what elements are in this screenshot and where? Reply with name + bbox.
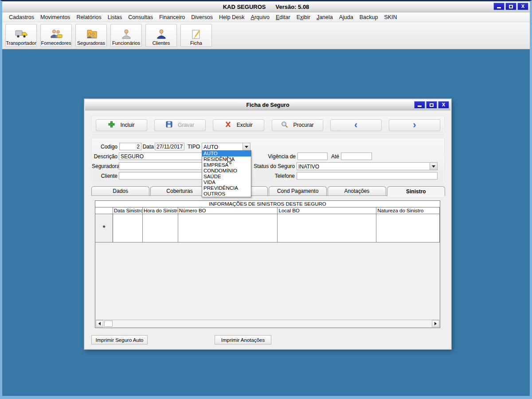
horizontal-scrollbar[interactable]: [96, 320, 439, 327]
employee-icon: [119, 28, 133, 40]
scroll-left-button[interactable]: [96, 320, 103, 327]
menu-item-help-desk[interactable]: Help Desk: [216, 13, 248, 21]
minimize-button[interactable]: [493, 3, 505, 10]
menu-item-movimentos[interactable]: Movimentos: [37, 13, 73, 21]
table-cell[interactable]: [376, 214, 440, 242]
menu-item-listas[interactable]: Listas: [105, 13, 125, 21]
toolbar-label: Funcionários: [112, 40, 140, 46]
tipo-option-saude[interactable]: SAÚDE: [202, 174, 251, 180]
tipo-option-previdencia[interactable]: PREVIDÊNCIA: [202, 185, 251, 191]
table-cell[interactable]: [113, 214, 143, 242]
ate-field[interactable]: [341, 153, 372, 160]
app-title: KAD SEGUROS: [223, 4, 266, 10]
close-icon: X: [521, 4, 524, 9]
chevron-down-icon[interactable]: [243, 143, 250, 150]
ate-label: Até: [329, 153, 339, 160]
incluir-button[interactable]: Incluir: [96, 119, 147, 131]
table-cell[interactable]: [143, 214, 178, 242]
app-version: Versão: 5.08: [275, 4, 309, 10]
tipo-combobox[interactable]: AUTO: [202, 143, 250, 151]
previous-button[interactable]: ‹: [330, 119, 382, 131]
tipo-option-vida[interactable]: VIDA: [202, 180, 251, 185]
truck-icon: [14, 28, 28, 40]
telefone-label: Telefone: [250, 173, 295, 179]
minimize-icon: [418, 106, 422, 107]
folder-people-icon: [84, 28, 98, 40]
close-icon: X: [442, 102, 445, 107]
menu-bar: CadastrosMovimentosRelatóriosListasConsu…: [2, 12, 530, 22]
maximize-button[interactable]: [505, 3, 516, 10]
imprimir-anotacoes-button[interactable]: Imprimir Anotações: [215, 335, 271, 344]
menu-item-diversos[interactable]: Diversos: [188, 13, 216, 21]
column-header-natureza-do-sinistro: Natureza do Sinistro: [376, 207, 440, 214]
menu-item-financeiro[interactable]: Financeiro: [156, 13, 188, 21]
data-label: Data: [142, 144, 154, 150]
toolbar-button-transportador[interactable]: Transportador: [5, 24, 37, 47]
toolbar-button-clientes[interactable]: Clientes: [145, 24, 177, 47]
excluir-button[interactable]: Excluir: [213, 119, 264, 131]
tipo-option-outros[interactable]: OUTROS: [202, 191, 251, 197]
menu-item-skin[interactable]: SKIN: [381, 13, 400, 21]
menu-item-ajuda[interactable]: Ajuda: [336, 13, 356, 21]
column-header-local-bo: Local BO: [278, 207, 376, 214]
table-row[interactable]: *: [95, 214, 440, 243]
next-button[interactable]: ›: [389, 119, 440, 131]
dialog-title: Ficha de Seguro: [246, 102, 289, 108]
dialog-minimize-button[interactable]: [414, 101, 425, 109]
menu-item-consultas[interactable]: Consultas: [125, 13, 156, 21]
toolbar-button-seguradoras[interactable]: Seguradoras: [75, 24, 107, 47]
tipo-option-condominio[interactable]: CONDOMÍNIO: [202, 168, 251, 174]
chevron-left-icon: ‹: [354, 121, 357, 129]
tipo-option-auto[interactable]: AUTO: [202, 151, 251, 156]
gravar-label: Gravar: [178, 122, 194, 128]
desktop: KAD SEGUROS Versão: 5.08 X CadastrosMovi…: [0, 0, 532, 399]
dialog-maximize-button[interactable]: [426, 101, 437, 109]
codigo-field[interactable]: [119, 143, 141, 150]
data-field[interactable]: [155, 143, 184, 150]
maximize-icon: [509, 5, 513, 8]
action-button-panel: Incluir Gravar Excluir Procurar ‹: [91, 116, 445, 134]
table-cell[interactable]: [178, 214, 278, 242]
tab-coberturas[interactable]: Coberturas: [150, 186, 208, 196]
row-selector-cell[interactable]: *: [95, 214, 113, 242]
menu-item-exibir[interactable]: Exibir: [293, 13, 313, 21]
search-icon: [281, 121, 288, 129]
toolbar-button-fornecedores[interactable]: Fornecedores: [40, 24, 72, 47]
procurar-button[interactable]: Procurar: [272, 119, 323, 131]
app-window: KAD SEGUROS Versão: 5.08 X CadastrosMovi…: [0, 0, 532, 399]
toolbar: Transportador Fornecedores Seguradoras F…: [2, 22, 530, 49]
tab-dados[interactable]: Dados: [91, 186, 149, 196]
menu-item-janela[interactable]: Janela: [313, 13, 336, 21]
tipo-option-residencia[interactable]: RESIDÊNCIA: [202, 156, 251, 162]
menu-item-cadastros[interactable]: Cadastros: [6, 13, 37, 21]
toolbar-button-ficha[interactable]: Ficha: [180, 24, 212, 47]
gravar-button[interactable]: Gravar: [154, 119, 206, 131]
menu-item-arquivo[interactable]: Arquivo: [248, 13, 273, 21]
dialog-titlebar[interactable]: Ficha de Seguro X: [85, 100, 450, 110]
chevron-down-icon[interactable]: [430, 163, 437, 170]
toolbar-button-funcionarios[interactable]: Funcionários: [110, 24, 142, 47]
codigo-label: Codigo: [93, 144, 117, 150]
tab-cond-pagamento[interactable]: Cond Pagamento: [269, 186, 327, 196]
vigencia-de-field[interactable]: [297, 153, 328, 160]
table-cell[interactable]: [278, 214, 376, 242]
column-header-data-sinistro: Data Sinistro: [113, 207, 143, 214]
tipo-option-empresa[interactable]: EMPRESA: [202, 162, 251, 168]
toolbar-label: Seguradoras: [77, 40, 105, 46]
imprimir-seguro-auto-button[interactable]: Imprimir Seguro Auto: [91, 335, 148, 344]
scrollbar-thumb[interactable]: [104, 321, 113, 327]
dialog-ficha-de-seguro: Ficha de Seguro X Incluir Gravar: [84, 99, 451, 349]
menu-item-relatorios[interactable]: Relatórios: [73, 13, 104, 21]
status-label: Status do Seguro: [250, 163, 295, 169]
close-button[interactable]: X: [517, 3, 528, 10]
dialog-close-button[interactable]: X: [438, 101, 449, 109]
menu-item-backup[interactable]: Backup: [356, 13, 381, 21]
save-icon: [166, 121, 172, 129]
status-combobox[interactable]: INATIVO: [297, 162, 438, 170]
menu-item-editar[interactable]: Editar: [273, 13, 293, 21]
telefone-field[interactable]: [297, 172, 438, 180]
scroll-right-button[interactable]: [432, 320, 439, 327]
tab-sinistro[interactable]: Sinistro: [387, 186, 445, 196]
tab-anotacoes[interactable]: Anotações: [328, 186, 386, 196]
mouse-cursor: [227, 156, 233, 167]
